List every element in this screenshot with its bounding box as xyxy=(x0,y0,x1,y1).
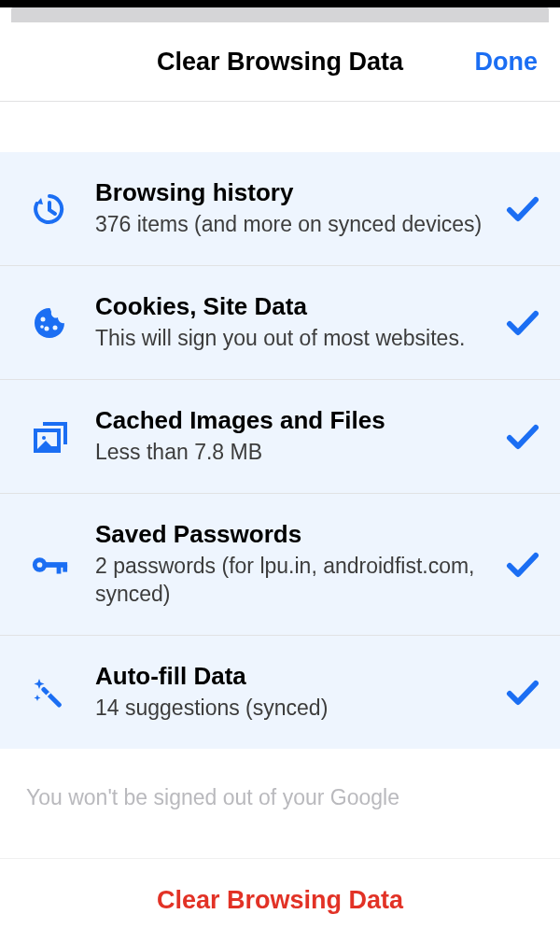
checkmark-icon xyxy=(506,192,539,226)
data-type-list: Browsing history 376 items (and more on … xyxy=(0,152,560,749)
page-title: Clear Browsing Data xyxy=(157,48,403,77)
list-item-autofill[interactable]: Auto-fill Data 14 suggestions (synced) xyxy=(0,636,560,749)
item-subtitle: 14 suggestions (synced) xyxy=(95,695,491,723)
modal-header: Clear Browsing Data Done xyxy=(0,22,560,102)
list-item-browsing-history[interactable]: Browsing history 376 items (and more on … xyxy=(0,152,560,266)
history-icon xyxy=(30,190,69,229)
clear-browsing-data-modal: Clear Browsing Data Done Browsing histor… xyxy=(0,22,560,942)
item-subtitle: Less than 7.8 MB xyxy=(95,439,491,467)
images-icon xyxy=(30,417,69,457)
svg-point-2 xyxy=(53,325,58,330)
checkmark-icon xyxy=(506,420,539,454)
item-subtitle: 2 passwords (for lpu.in, androidfist.com… xyxy=(95,553,491,609)
checkmark-icon xyxy=(506,306,539,340)
clear-browsing-data-button[interactable]: Clear Browsing Data xyxy=(157,886,403,915)
checkmark-icon xyxy=(506,676,539,710)
content-area: Browsing history 376 items (and more on … xyxy=(0,102,560,942)
item-title: Saved Passwords xyxy=(95,520,491,549)
done-button[interactable]: Done xyxy=(475,48,539,77)
svg-rect-9 xyxy=(57,565,62,574)
item-title: Cached Images and Files xyxy=(95,406,491,435)
list-item-cached-images[interactable]: Cached Images and Files Less than 7.8 MB xyxy=(0,380,560,494)
item-title: Browsing history xyxy=(95,178,491,207)
svg-rect-11 xyxy=(40,686,62,708)
wand-icon xyxy=(30,673,69,712)
bottom-toolbar: Clear Browsing Data xyxy=(0,858,560,942)
svg-rect-10 xyxy=(63,565,67,572)
list-item-cookies[interactable]: Cookies, Site Data This will sign you ou… xyxy=(0,266,560,380)
svg-point-0 xyxy=(41,316,46,321)
key-icon xyxy=(30,545,69,584)
footer-info-text: You won't be signed out of your Google xyxy=(0,749,560,812)
cookie-icon xyxy=(30,303,69,343)
item-subtitle: This will sign you out of most websites. xyxy=(95,325,491,353)
svg-point-7 xyxy=(37,562,43,568)
svg-point-3 xyxy=(40,325,44,329)
list-item-saved-passwords[interactable]: Saved Passwords 2 passwords (for lpu.in,… xyxy=(0,494,560,636)
checkmark-icon xyxy=(506,548,539,582)
item-title: Cookies, Site Data xyxy=(95,292,491,321)
item-subtitle: 376 items (and more on synced devices) xyxy=(95,211,491,239)
svg-point-1 xyxy=(45,326,49,330)
item-title: Auto-fill Data xyxy=(95,662,491,691)
svg-point-5 xyxy=(42,436,46,440)
